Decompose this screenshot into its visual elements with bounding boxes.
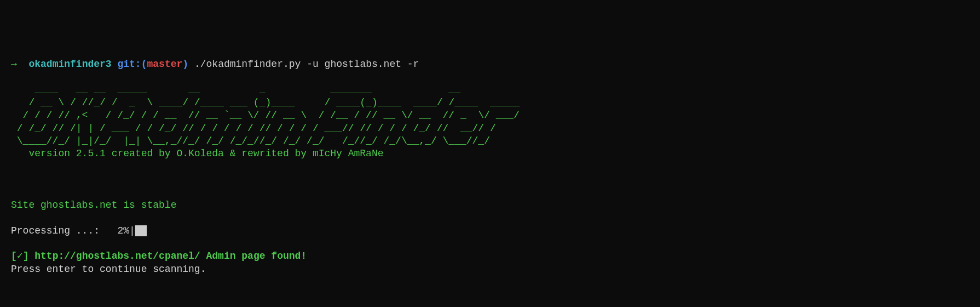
processing-percent: 2% [117, 225, 129, 236]
git-label: git: [117, 59, 141, 70]
progress-bar-fill: █ [135, 225, 147, 236]
processing-label: Processing ...: [11, 225, 117, 236]
continue-prompt: Press enter to continue scanning. [11, 264, 206, 275]
found-prefix: [✓] [11, 251, 34, 261]
ascii-banner: ____ __ __ _____ __ _ _______ __ / __ \ … [11, 84, 537, 146]
found-suffix: Admin page found! [200, 251, 307, 261]
prompt-arrow-icon: → [11, 59, 17, 70]
progress-separator: | [129, 225, 135, 236]
site-status: Site ghostlabs.net is stable [11, 200, 176, 211]
git-paren-close: ) [182, 59, 188, 70]
command-text: ./okadminfinder.py -u ghostlabs.net -r [194, 59, 419, 70]
terminal-output[interactable]: → okadminfinder3 git:(master) ./okadminf… [11, 59, 537, 275]
git-branch: master [147, 59, 183, 70]
version-line: version 2.5.1 created by O.Koleda & rewr… [11, 148, 384, 159]
git-paren-open: ( [141, 59, 147, 70]
prompt-directory: okadminfinder3 [28, 59, 111, 70]
found-url: http://ghostlabs.net/cpanel/ [34, 251, 200, 261]
